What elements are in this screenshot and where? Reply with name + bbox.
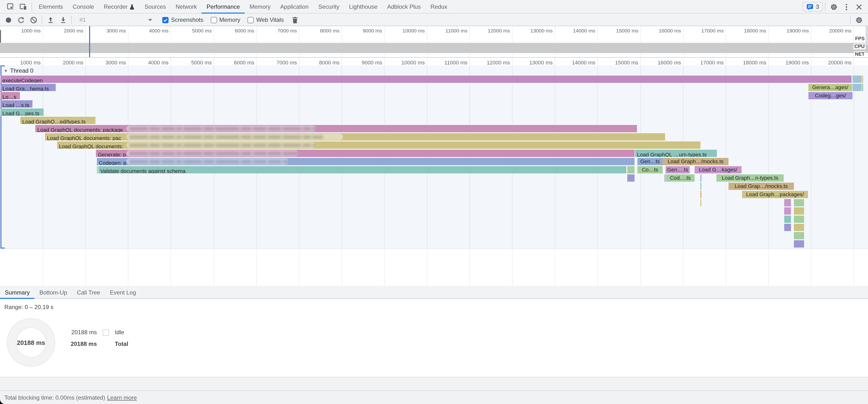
check-icon bbox=[163, 17, 168, 23]
flame-bar[interactable] bbox=[701, 191, 702, 198]
flame-bar-load-graphql-documents-pac[interactable]: Load GraphQL documents: pacxxxxxxx xxxx … bbox=[45, 133, 665, 141]
flame-bar-label: Generate: p bbox=[96, 152, 126, 157]
checkbox-memory[interactable]: Memory bbox=[211, 17, 240, 23]
flame-bar-codegen-p[interactable]: Codegen: pxxxxxxx xxxx xxxxx xx xxxxxxx … bbox=[97, 158, 634, 165]
flame-bar-load-grap-mocks-ts[interactable]: Load Grap…/mocks.ts bbox=[728, 183, 794, 190]
profile-select[interactable]: #1 bbox=[76, 15, 155, 25]
tab-console[interactable]: Console bbox=[68, 0, 99, 13]
flame-bar[interactable] bbox=[784, 216, 791, 223]
flame-bar[interactable] bbox=[862, 84, 863, 91]
flame-bar-label: executeCodegen bbox=[0, 77, 42, 83]
details-tab-call-tree[interactable]: Call Tree bbox=[72, 286, 105, 299]
flame-bar-load-graphq-ed-types-ts[interactable]: Load GraphQ…ed/types.ts bbox=[20, 117, 95, 124]
tab-memory[interactable]: Memory bbox=[245, 0, 275, 13]
tab-sources[interactable]: Sources bbox=[140, 0, 171, 13]
settings-gear-icon[interactable] bbox=[827, 0, 840, 13]
more-options-kebab-icon[interactable] bbox=[840, 0, 852, 13]
flame-bar[interactable] bbox=[794, 240, 804, 248]
overview-divider bbox=[0, 53, 868, 53]
flame-chart[interactable]: 1000 ms2000 ms3000 ms4000 ms5000 ms6000 … bbox=[0, 58, 868, 286]
checkbox-web-vitals[interactable]: Web Vitals bbox=[248, 17, 284, 23]
tab-security[interactable]: Security bbox=[313, 0, 344, 13]
tab-network[interactable]: Network bbox=[171, 0, 202, 13]
flame-bar-label: Validate documents against schema bbox=[98, 168, 186, 174]
flame-bar-load-graph-mocks-ts[interactable]: Load Graph…/mocks.ts bbox=[662, 158, 728, 165]
flame-bar-load-gra-hema-ts[interactable]: Load Gra…hema.ts bbox=[0, 84, 56, 91]
overview-scrollbar[interactable] bbox=[866, 26, 868, 44]
details-tab-event-log[interactable]: Event Log bbox=[105, 286, 141, 299]
tab-redux[interactable]: Redux bbox=[426, 0, 452, 13]
details-tab-summary[interactable]: Summary bbox=[0, 286, 35, 299]
flame-bar-load-s-ts[interactable]: Load …s.ts bbox=[0, 100, 32, 107]
details-tab-bottom-up[interactable]: Bottom-Up bbox=[35, 286, 72, 299]
flame-bar-cod-ts[interactable]: Cod….ts bbox=[666, 175, 694, 182]
tab-application[interactable]: Application bbox=[275, 0, 313, 13]
flame-bar[interactable] bbox=[794, 199, 804, 206]
flame-bar-genera-ages[interactable]: Genera…ages/ bbox=[808, 84, 852, 91]
blocking-time-text: Total blocking time: 0.00ms (estimated) bbox=[4, 394, 105, 401]
checkbox-screenshots[interactable]: Screenshots bbox=[162, 17, 203, 23]
tab-performance[interactable]: Performance bbox=[202, 0, 245, 13]
flame-bar-gen-ts[interactable]: Gen….ts bbox=[665, 166, 690, 174]
flame-bar-load-g-kages[interactable]: Load G…kages/ bbox=[694, 166, 742, 174]
flame-bar-load-g-pes-ts[interactable]: Load G…pes.ts bbox=[0, 108, 43, 116]
flame-bar-validate-documents-against-schema[interactable]: Validate documents against schema bbox=[98, 166, 626, 174]
reload-and-record-icon[interactable] bbox=[14, 13, 27, 26]
controls-separator bbox=[825, 2, 826, 11]
flame-bar[interactable] bbox=[97, 166, 98, 174]
timeline-overview[interactable]: 1000 ms2000 ms3000 ms4000 ms5000 ms6000 … bbox=[0, 26, 868, 58]
flame-bar[interactable] bbox=[794, 224, 804, 231]
flame-bar-lo-s[interactable]: Lo…s bbox=[0, 92, 20, 99]
flame-bar-load-graph-packages[interactable]: Load Graph…packages/ bbox=[742, 191, 808, 198]
overview-left-handle[interactable] bbox=[0, 30, 1, 43]
inspect-element-icon[interactable] bbox=[4, 0, 17, 13]
tab-adblock-plus[interactable]: Adblock Plus bbox=[382, 0, 426, 13]
tab-label: Redux bbox=[430, 3, 447, 10]
flame-bar-codeg-ges[interactable]: Codeg…ges/ bbox=[808, 92, 852, 99]
flame-bar-load-graph-n-types-ts[interactable]: Load Graph…n-types.ts bbox=[716, 175, 784, 182]
flame-bar-load-graphql-documents-package[interactable]: Load GraphQL documents: packagexxxxxxx x… bbox=[35, 125, 637, 132]
flame-bar[interactable] bbox=[862, 75, 863, 83]
issues-badge-button[interactable]: 3 bbox=[803, 2, 823, 12]
learn-more-link[interactable]: Learn more bbox=[107, 394, 137, 401]
tab-label: Elements bbox=[39, 3, 63, 10]
flame-bar[interactable] bbox=[784, 224, 791, 231]
device-toolbar-icon[interactable] bbox=[17, 0, 30, 13]
close-devtools-icon[interactable] bbox=[852, 0, 865, 13]
flame-bar[interactable] bbox=[664, 175, 665, 182]
thread-header[interactable]: ▼ Thread 0 bbox=[4, 67, 33, 74]
flame-bar-executecodegen[interactable]: executeCodegen bbox=[0, 75, 851, 83]
flame-bar[interactable] bbox=[794, 216, 804, 223]
checkbox-box-web-vitals[interactable] bbox=[248, 17, 254, 23]
flame-bar[interactable] bbox=[852, 75, 862, 83]
capture-settings-gear-icon[interactable] bbox=[852, 13, 865, 26]
flame-bar[interactable] bbox=[794, 207, 804, 215]
overview-tick-label: 8000 ms bbox=[320, 28, 340, 33]
flame-bar-gen-ts[interactable]: Gen…ts bbox=[638, 158, 662, 165]
tab-label: Recorder bbox=[104, 3, 128, 10]
flame-bar[interactable] bbox=[701, 175, 702, 182]
checkbox-box-memory[interactable] bbox=[211, 17, 217, 23]
flame-bar[interactable] bbox=[784, 207, 791, 215]
record-button[interactable] bbox=[2, 13, 14, 26]
flame-bar[interactable] bbox=[627, 166, 634, 174]
flame-bar[interactable] bbox=[701, 199, 702, 206]
load-profile-icon[interactable] bbox=[44, 13, 57, 26]
flame-bar[interactable] bbox=[794, 232, 804, 239]
clear-recording-icon[interactable] bbox=[27, 13, 40, 26]
flame-bar[interactable] bbox=[784, 199, 791, 206]
flame-bar-load-graphql-urn-types-ts[interactable]: Load GraphQL …urn-types.ts bbox=[635, 150, 717, 157]
tab-lighthouse[interactable]: Lighthouse bbox=[344, 0, 382, 13]
overview-tick-label: 2000 ms bbox=[64, 28, 83, 33]
flame-bar[interactable] bbox=[852, 84, 862, 91]
flame-bar[interactable] bbox=[627, 175, 634, 182]
flame-bar-co-ts[interactable]: Co…ts bbox=[638, 166, 662, 174]
checkbox-box-screenshots[interactable] bbox=[162, 17, 168, 23]
flame-bar[interactable] bbox=[701, 183, 702, 190]
flame-bar-generate-p[interactable]: Generate: pxxxxxxx xxxx xxxxx xx xxxxxxx… bbox=[96, 150, 634, 157]
save-profile-icon[interactable] bbox=[57, 13, 69, 26]
garbage-collect-trash-icon[interactable] bbox=[289, 13, 301, 26]
tab-elements[interactable]: Elements bbox=[34, 0, 68, 13]
tab-recorder[interactable]: Recorder bbox=[99, 0, 140, 13]
flame-bar-load-graphql-documents[interactable]: Load GraphQL documents:xxxxxxx xxxx xxxx… bbox=[57, 142, 701, 149]
